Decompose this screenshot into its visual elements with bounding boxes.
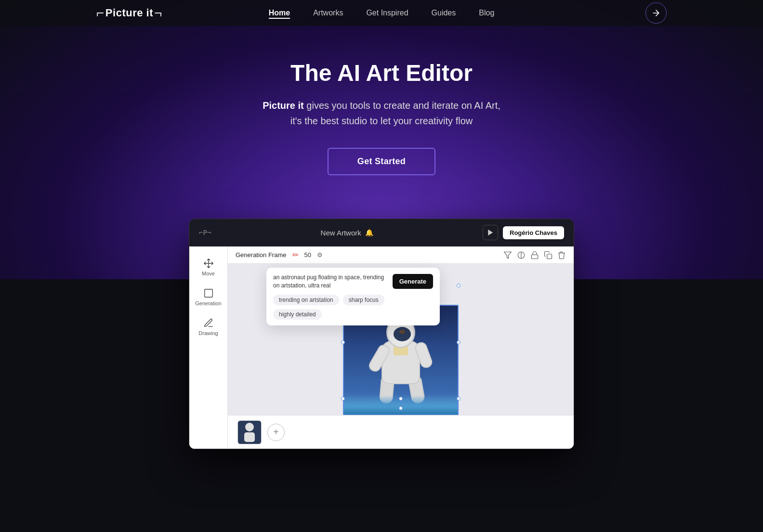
prompt-tag-1[interactable]: sharp focus bbox=[343, 295, 384, 305]
nav-item-blog[interactable]: Blog bbox=[479, 9, 494, 17]
nav-item-guides[interactable]: Guides bbox=[432, 9, 456, 17]
svg-rect-3 bbox=[531, 255, 538, 259]
sidebar-tool-move-label: Move bbox=[202, 271, 215, 276]
logo[interactable]: ⌐ Picture it ¬ bbox=[96, 5, 162, 21]
app-body: Move Generation Drawing Generation Frame… bbox=[189, 247, 574, 449]
nav-links: Home Artworks Get Inspired Guides Blog bbox=[269, 9, 495, 17]
prompt-tags: trending on artstation sharp focus highl… bbox=[273, 295, 433, 320]
nav-link-blog[interactable]: Blog bbox=[479, 9, 494, 17]
prompt-tag-0[interactable]: trending on artstation bbox=[273, 295, 339, 305]
app-topbar: ⌐P¬ New Artwork 🔔 Rogério Chaves bbox=[189, 219, 574, 247]
logo-bracket-left: ⌐ bbox=[96, 5, 105, 21]
sidebar-tool-move[interactable]: Move bbox=[192, 254, 225, 280]
svg-marker-0 bbox=[488, 230, 492, 235]
prompt-input-row: an astronaut pug floating in space, tren… bbox=[273, 273, 433, 290]
lock-icon[interactable] bbox=[530, 251, 539, 260]
toolbar-right bbox=[503, 251, 566, 260]
prompt-text[interactable]: an astronaut pug floating in space, tren… bbox=[273, 273, 389, 290]
move-icon bbox=[203, 258, 214, 269]
handle-bot-mid[interactable] bbox=[399, 397, 403, 401]
astronaut-figure bbox=[369, 317, 432, 403]
nav-link-home[interactable]: Home bbox=[269, 9, 290, 19]
hero-subtitle: Picture it gives you tools to create and… bbox=[0, 98, 763, 129]
app-artwork-title: New Artwork bbox=[321, 229, 361, 237]
handle-mid-right[interactable] bbox=[457, 340, 460, 344]
app-logo: ⌐P¬ bbox=[199, 228, 211, 237]
handle-bot-left[interactable] bbox=[341, 397, 345, 401]
nav-item-home[interactable]: Home bbox=[269, 9, 290, 17]
bell-icon: 🔔 bbox=[365, 229, 373, 236]
drawing-icon bbox=[203, 318, 214, 328]
frame-bottom-dot[interactable] bbox=[399, 406, 403, 410]
svg-rect-1 bbox=[204, 289, 212, 298]
app-logo-icon: ⌐P¬ bbox=[199, 229, 211, 236]
pencil-icon: ✏ bbox=[292, 250, 299, 260]
nav-cta-button[interactable] bbox=[645, 2, 667, 24]
contrast-icon[interactable] bbox=[517, 251, 526, 260]
generate-button[interactable]: Generate bbox=[393, 274, 433, 289]
thumb-helmet bbox=[245, 423, 254, 431]
hero-title: The AI Art Editor bbox=[0, 60, 763, 86]
app-sidebar: Move Generation Drawing bbox=[189, 247, 228, 449]
app-bottombar: + bbox=[228, 415, 574, 449]
prompt-dropdown: an astronaut pug floating in space, tren… bbox=[266, 268, 440, 325]
arrow-right-icon bbox=[651, 8, 661, 18]
trash-icon[interactable] bbox=[557, 251, 566, 260]
nav-link-artworks[interactable]: Artworks bbox=[313, 9, 343, 17]
hero-section: The AI Art Editor Picture it gives you t… bbox=[0, 26, 763, 199]
generation-icon bbox=[203, 288, 214, 298]
sidebar-tool-drawing-label: Drawing bbox=[198, 330, 218, 336]
helmet-visor bbox=[394, 327, 411, 341]
filter-icon[interactable] bbox=[503, 251, 512, 260]
nav-item-get-inspired[interactable]: Get Inspired bbox=[366, 9, 408, 17]
toolbar-icon-settings[interactable]: ⚙ bbox=[317, 251, 323, 259]
handle-top-right[interactable] bbox=[457, 284, 460, 287]
nav-item-artworks[interactable]: Artworks bbox=[313, 9, 343, 17]
play-button[interactable] bbox=[483, 225, 498, 240]
logo-text: Picture it bbox=[105, 7, 153, 19]
app-title-area: New Artwork 🔔 bbox=[321, 229, 373, 237]
app-canvas: Generation Frame ✏ 50 ⚙ an astronaut pug… bbox=[228, 247, 574, 449]
handle-bot-right[interactable] bbox=[457, 397, 460, 401]
app-toolbar: Generation Frame ✏ 50 ⚙ bbox=[228, 247, 574, 264]
handle-mid-left[interactable] bbox=[341, 340, 345, 344]
navigation: ⌐ Picture it ¬ Home Artworks Get Inspire… bbox=[0, 0, 763, 26]
frame-bottom-line bbox=[401, 401, 401, 406]
thumb-body bbox=[244, 432, 255, 442]
thumbnail-item[interactable] bbox=[237, 420, 262, 444]
hero-brand-name: Picture it bbox=[263, 100, 304, 111]
user-button[interactable]: Rogério Chaves bbox=[503, 226, 564, 239]
nav-link-get-inspired[interactable]: Get Inspired bbox=[366, 9, 408, 17]
app-preview: ⌐P¬ New Artwork 🔔 Rogério Chaves Move bbox=[189, 219, 574, 449]
sidebar-tool-generation[interactable]: Generation bbox=[192, 284, 225, 310]
nav-link-guides[interactable]: Guides bbox=[432, 9, 456, 17]
thumb-astronaut bbox=[242, 423, 257, 442]
toolbar-number: 50 bbox=[304, 251, 311, 259]
sidebar-tool-generation-label: Generation bbox=[195, 300, 221, 306]
play-icon bbox=[487, 229, 494, 236]
copy-icon[interactable] bbox=[544, 251, 553, 260]
frame-label: Generation Frame bbox=[236, 251, 287, 259]
hero-subtitle-rest: gives you tools to create and iterate on… bbox=[290, 100, 500, 126]
svg-rect-4 bbox=[547, 254, 552, 259]
add-frame-button[interactable]: + bbox=[267, 424, 285, 441]
get-started-button[interactable]: Get Started bbox=[328, 148, 435, 175]
prompt-tag-2[interactable]: highly detailed bbox=[273, 309, 322, 320]
logo-bracket-right: ¬ bbox=[154, 5, 162, 21]
sidebar-tool-drawing[interactable]: Drawing bbox=[192, 314, 225, 340]
